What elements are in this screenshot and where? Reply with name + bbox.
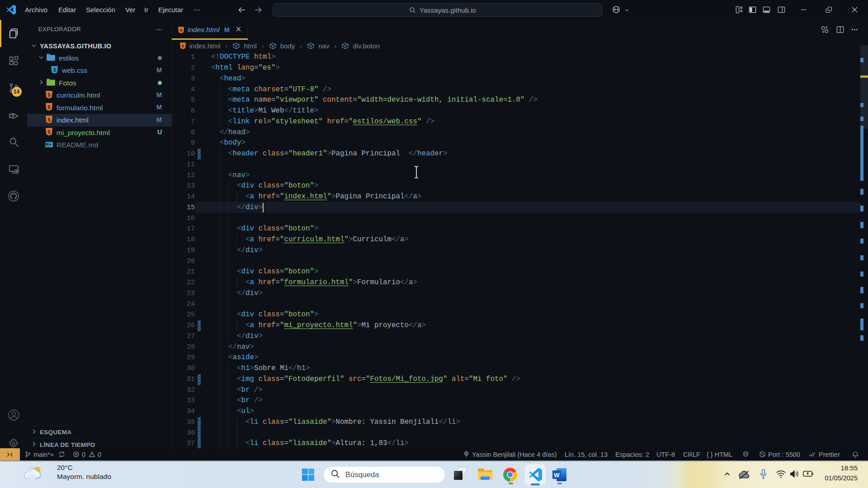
svg-text:W: W bbox=[554, 472, 560, 479]
svg-text:5: 5 bbox=[47, 92, 50, 97]
svg-text:5: 5 bbox=[47, 129, 50, 135]
svg-text:5: 5 bbox=[47, 104, 50, 110]
svg-text:5: 5 bbox=[47, 117, 50, 122]
svg-text:3: 3 bbox=[53, 67, 56, 72]
